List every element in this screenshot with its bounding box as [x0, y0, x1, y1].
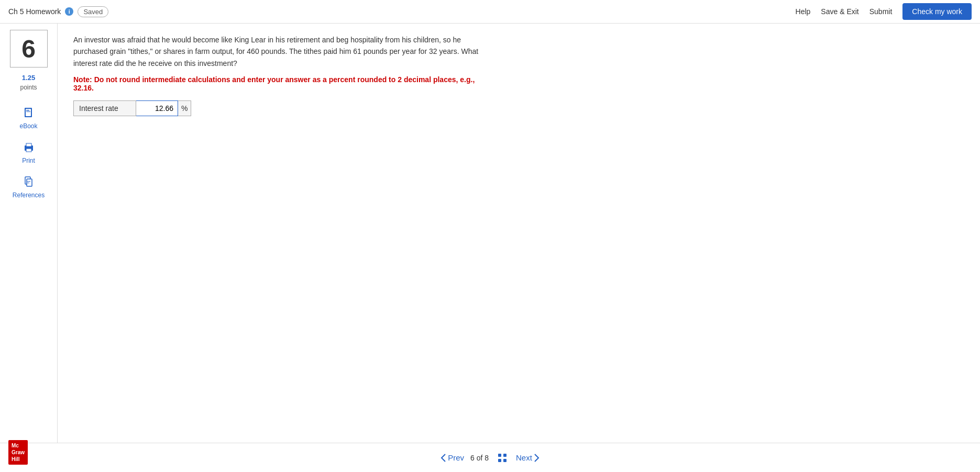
prev-label: Prev — [448, 453, 464, 462]
points-label: points — [20, 84, 37, 91]
references-icon — [21, 175, 36, 189]
info-icon[interactable]: i — [65, 7, 73, 16]
ebook-button[interactable]: eBook — [5, 102, 52, 134]
note-text: Note: Do not round intermediate calculat… — [73, 75, 492, 92]
page-info: 6 of 8 — [470, 454, 489, 462]
references-label: References — [13, 192, 45, 199]
page-current: 6 — [470, 454, 475, 462]
nav-right: Help Save & Exit Submit Check my work — [796, 3, 972, 20]
prev-arrow-icon — [441, 454, 446, 462]
print-icon — [21, 140, 36, 155]
main-layout: 6 1.25 points eBook — [0, 24, 980, 443]
help-link[interactable]: Help — [796, 7, 811, 16]
svg-rect-5 — [26, 143, 31, 147]
content-area: An investor was afraid that he would bec… — [58, 24, 980, 443]
interest-rate-label: Interest rate — [73, 100, 136, 116]
next-button[interactable]: Next — [516, 453, 539, 462]
ebook-label: eBook — [19, 122, 37, 130]
svg-rect-12 — [503, 454, 506, 457]
ebook-icon — [21, 106, 36, 120]
print-button[interactable]: Print — [5, 136, 52, 168]
question-number-box: 6 — [10, 30, 48, 68]
page-total: 8 — [485, 454, 489, 462]
answer-row: Interest rate % — [73, 100, 964, 116]
check-my-work-button[interactable]: Check my work — [902, 3, 972, 20]
top-nav: Ch 5 Homework i Saved Help Save & Exit S… — [0, 0, 980, 24]
question-body: An investor was afraid that he would bec… — [73, 34, 492, 69]
prev-button[interactable]: Prev — [441, 453, 464, 462]
page-of: of — [477, 454, 485, 462]
grid-view-button[interactable] — [495, 451, 510, 465]
saved-badge: Saved — [78, 6, 108, 17]
svg-rect-10 — [27, 183, 29, 183]
references-button[interactable]: References — [5, 171, 52, 203]
submit-link[interactable]: Submit — [869, 7, 893, 16]
save-exit-link[interactable]: Save & Exit — [821, 7, 858, 16]
svg-rect-14 — [503, 459, 506, 462]
svg-rect-9 — [27, 181, 30, 182]
question-number: 6 — [21, 35, 36, 63]
grid-icon — [497, 453, 508, 463]
next-label: Next — [516, 453, 532, 462]
interest-rate-input[interactable] — [136, 100, 178, 116]
nav-left: Ch 5 Homework i Saved — [8, 6, 108, 17]
bottom-bar: Prev 6 of 8 Next — [0, 443, 980, 472]
svg-rect-2 — [26, 110, 29, 111]
svg-rect-3 — [26, 111, 30, 112]
print-label: Print — [22, 157, 35, 164]
interest-rate-unit: % — [178, 100, 191, 116]
next-arrow-icon — [534, 454, 539, 462]
sidebar: 6 1.25 points eBook — [0, 24, 58, 443]
svg-rect-11 — [498, 454, 501, 457]
svg-rect-13 — [498, 459, 501, 462]
page-title: Ch 5 Homework — [8, 7, 61, 16]
bottom-nav: Prev 6 of 8 Next — [441, 451, 539, 465]
svg-rect-6 — [26, 149, 31, 152]
points-value: 1.25 — [22, 74, 35, 82]
mcgraw-hill-logo: Mc Graw Hill — [8, 440, 28, 465]
